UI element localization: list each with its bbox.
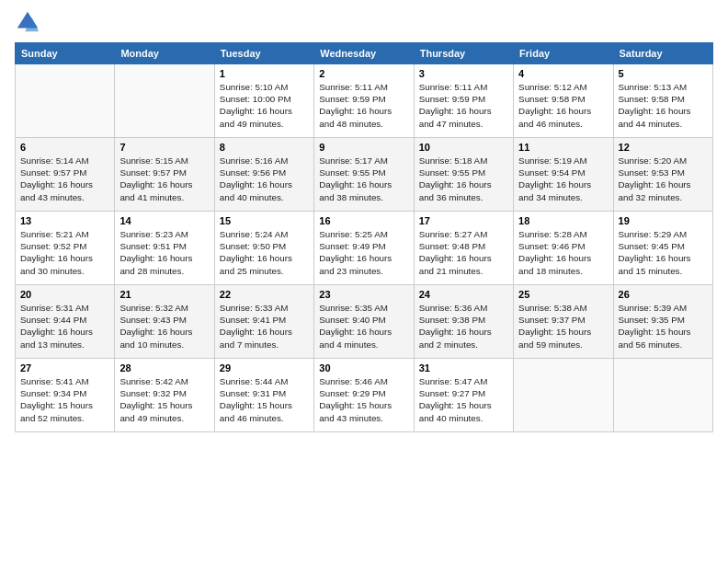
header [15,9,713,35]
day-info: Sunrise: 5:42 AM Sunset: 9:32 PM Dayligh… [119,375,209,424]
calendar-day-cell: 14Sunrise: 5:23 AM Sunset: 9:51 PM Dayli… [115,212,214,285]
weekday-header: Saturday [613,43,712,64]
day-number: 20 [20,289,109,300]
calendar-day-cell: 4Sunrise: 5:12 AM Sunset: 9:58 PM Daylig… [514,64,613,138]
calendar-day-cell: 21Sunrise: 5:32 AM Sunset: 9:43 PM Dayli… [115,285,214,359]
day-number: 30 [319,362,408,373]
day-info: Sunrise: 5:27 AM Sunset: 9:48 PM Dayligh… [419,228,508,277]
calendar-week-row: 13Sunrise: 5:21 AM Sunset: 9:52 PM Dayli… [16,212,713,285]
day-info: Sunrise: 5:21 AM Sunset: 9:52 PM Dayligh… [20,228,109,277]
day-number: 25 [518,289,608,300]
calendar-day-cell: 11Sunrise: 5:19 AM Sunset: 9:54 PM Dayli… [514,138,613,212]
calendar-day-cell: 12Sunrise: 5:20 AM Sunset: 9:53 PM Dayli… [613,138,712,212]
day-info: Sunrise: 5:39 AM Sunset: 9:35 PM Dayligh… [619,302,708,350]
day-number: 3 [419,68,508,79]
calendar-week-row: 1Sunrise: 5:10 AM Sunset: 10:00 PM Dayli… [16,64,713,138]
calendar-day-cell: 29Sunrise: 5:44 AM Sunset: 9:31 PM Dayli… [214,359,313,432]
day-info: Sunrise: 5:41 AM Sunset: 9:34 PM Dayligh… [20,375,109,424]
calendar-table: SundayMondayTuesdayWednesdayThursdayFrid… [15,42,713,432]
day-number: 18 [518,215,608,226]
calendar-day-cell: 2Sunrise: 5:11 AM Sunset: 9:59 PM Daylig… [314,64,414,138]
day-number: 5 [619,68,708,79]
calendar-day-cell: 15Sunrise: 5:24 AM Sunset: 9:50 PM Dayli… [214,212,313,285]
day-info: Sunrise: 5:44 AM Sunset: 9:31 PM Dayligh… [220,375,309,424]
day-info: Sunrise: 5:29 AM Sunset: 9:45 PM Dayligh… [619,228,708,277]
day-number: 26 [619,289,708,300]
calendar-day-cell [514,359,613,432]
calendar-day-cell: 19Sunrise: 5:29 AM Sunset: 9:45 PM Dayli… [613,212,712,285]
day-info: Sunrise: 5:17 AM Sunset: 9:55 PM Dayligh… [319,155,408,203]
day-number: 12 [619,142,708,153]
calendar-day-cell: 5Sunrise: 5:13 AM Sunset: 9:58 PM Daylig… [613,64,712,138]
calendar-day-cell: 22Sunrise: 5:33 AM Sunset: 9:41 PM Dayli… [214,285,313,359]
day-number: 16 [319,215,408,226]
day-info: Sunrise: 5:46 AM Sunset: 9:29 PM Dayligh… [319,375,408,424]
calendar-week-row: 6Sunrise: 5:14 AM Sunset: 9:57 PM Daylig… [16,138,713,212]
day-number: 27 [20,362,109,373]
day-info: Sunrise: 5:13 AM Sunset: 9:58 PM Dayligh… [619,81,708,130]
day-number: 19 [619,215,708,226]
day-info: Sunrise: 5:19 AM Sunset: 9:54 PM Dayligh… [518,155,608,203]
day-info: Sunrise: 5:47 AM Sunset: 9:27 PM Dayligh… [419,375,508,424]
day-number: 11 [518,142,608,153]
day-number: 14 [119,215,209,226]
calendar-day-cell: 27Sunrise: 5:41 AM Sunset: 9:34 PM Dayli… [16,359,115,432]
day-number: 4 [518,68,608,79]
calendar-day-cell: 28Sunrise: 5:42 AM Sunset: 9:32 PM Dayli… [115,359,214,432]
weekday-header: Wednesday [314,43,414,64]
calendar-day-cell: 20Sunrise: 5:31 AM Sunset: 9:44 PM Dayli… [16,285,115,359]
day-info: Sunrise: 5:15 AM Sunset: 9:57 PM Dayligh… [119,155,209,203]
calendar-week-row: 20Sunrise: 5:31 AM Sunset: 9:44 PM Dayli… [16,285,713,359]
page: SundayMondayTuesdayWednesdayThursdayFrid… [0,0,728,563]
calendar-day-cell [16,64,115,138]
day-number: 7 [119,142,209,153]
calendar-day-cell: 3Sunrise: 5:11 AM Sunset: 9:59 PM Daylig… [414,64,513,138]
day-info: Sunrise: 5:24 AM Sunset: 9:50 PM Dayligh… [220,228,309,277]
day-info: Sunrise: 5:10 AM Sunset: 10:00 PM Daylig… [220,81,309,130]
day-info: Sunrise: 5:35 AM Sunset: 9:40 PM Dayligh… [319,302,408,350]
day-info: Sunrise: 5:18 AM Sunset: 9:55 PM Dayligh… [419,155,508,203]
calendar-day-cell: 1Sunrise: 5:10 AM Sunset: 10:00 PM Dayli… [214,64,313,138]
day-info: Sunrise: 5:20 AM Sunset: 9:53 PM Dayligh… [619,155,708,203]
day-info: Sunrise: 5:33 AM Sunset: 9:41 PM Dayligh… [220,302,309,350]
calendar-header-row: SundayMondayTuesdayWednesdayThursdayFrid… [16,43,713,64]
calendar-day-cell: 23Sunrise: 5:35 AM Sunset: 9:40 PM Dayli… [314,285,414,359]
day-number: 24 [419,289,508,300]
day-info: Sunrise: 5:31 AM Sunset: 9:44 PM Dayligh… [20,302,109,350]
day-number: 2 [319,68,408,79]
weekday-header: Sunday [16,43,115,64]
day-info: Sunrise: 5:38 AM Sunset: 9:37 PM Dayligh… [518,302,608,350]
day-info: Sunrise: 5:23 AM Sunset: 9:51 PM Dayligh… [119,228,209,277]
calendar-day-cell: 31Sunrise: 5:47 AM Sunset: 9:27 PM Dayli… [414,359,513,432]
logo-icon [15,9,40,35]
calendar-day-cell: 8Sunrise: 5:16 AM Sunset: 9:56 PM Daylig… [214,138,313,212]
calendar-day-cell: 16Sunrise: 5:25 AM Sunset: 9:49 PM Dayli… [314,212,414,285]
day-number: 29 [220,362,309,373]
day-number: 15 [220,215,309,226]
day-info: Sunrise: 5:14 AM Sunset: 9:57 PM Dayligh… [20,155,109,203]
calendar-day-cell: 7Sunrise: 5:15 AM Sunset: 9:57 PM Daylig… [115,138,214,212]
day-info: Sunrise: 5:12 AM Sunset: 9:58 PM Dayligh… [518,81,608,130]
day-info: Sunrise: 5:11 AM Sunset: 9:59 PM Dayligh… [419,81,508,130]
day-number: 31 [419,362,508,373]
calendar-day-cell: 9Sunrise: 5:17 AM Sunset: 9:55 PM Daylig… [314,138,414,212]
calendar-day-cell: 17Sunrise: 5:27 AM Sunset: 9:48 PM Dayli… [414,212,513,285]
day-number: 6 [20,142,109,153]
day-number: 23 [319,289,408,300]
calendar-day-cell: 30Sunrise: 5:46 AM Sunset: 9:29 PM Dayli… [314,359,414,432]
calendar-day-cell: 13Sunrise: 5:21 AM Sunset: 9:52 PM Dayli… [16,212,115,285]
logo [15,9,44,35]
day-info: Sunrise: 5:28 AM Sunset: 9:46 PM Dayligh… [518,228,608,277]
day-number: 28 [119,362,209,373]
calendar-day-cell: 18Sunrise: 5:28 AM Sunset: 9:46 PM Dayli… [514,212,613,285]
day-number: 21 [119,289,209,300]
calendar-day-cell [115,64,214,138]
calendar-day-cell [613,359,712,432]
calendar-week-row: 27Sunrise: 5:41 AM Sunset: 9:34 PM Dayli… [16,359,713,432]
day-number: 17 [419,215,508,226]
day-number: 1 [220,68,309,79]
day-info: Sunrise: 5:36 AM Sunset: 9:38 PM Dayligh… [419,302,508,350]
day-number: 9 [319,142,408,153]
day-info: Sunrise: 5:25 AM Sunset: 9:49 PM Dayligh… [319,228,408,277]
weekday-header: Monday [115,43,214,64]
